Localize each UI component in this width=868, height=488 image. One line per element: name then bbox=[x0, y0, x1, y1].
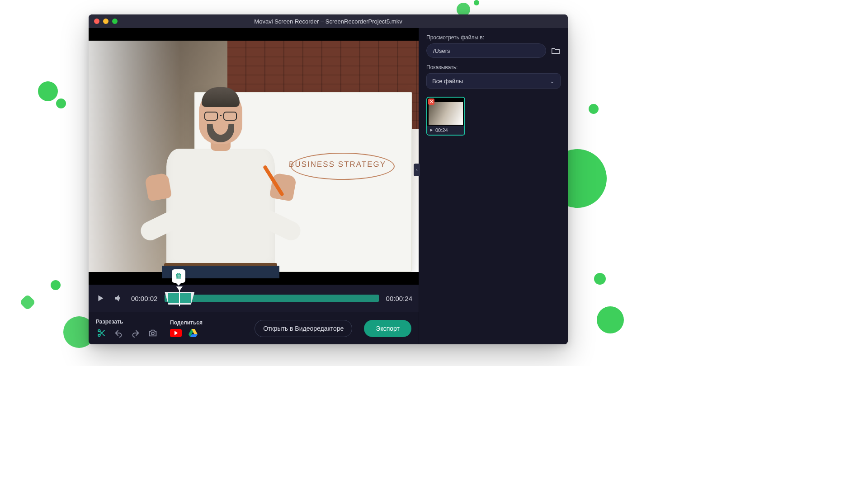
volume-button[interactable] bbox=[113, 293, 124, 304]
share-label: Поделиться bbox=[170, 319, 203, 326]
thumbnail-duration-text: 00:24 bbox=[435, 127, 448, 133]
youtube-icon[interactable] bbox=[170, 329, 182, 337]
timeline-track[interactable] bbox=[165, 295, 378, 302]
whiteboard-text: BUSINESS STRATEGY bbox=[288, 160, 386, 169]
delete-selection-button[interactable] bbox=[172, 269, 185, 283]
total-time: 00:00:24 bbox=[386, 295, 412, 302]
undo-button[interactable] bbox=[113, 328, 124, 338]
decor-circle bbox=[597, 306, 624, 333]
cut-label: Разрезать bbox=[96, 319, 158, 325]
video-preview[interactable]: BUSINESS STRATEGY bbox=[89, 28, 419, 285]
playback-controls: 00:00:02 00:00:24 bbox=[89, 285, 419, 312]
decor-circle bbox=[38, 81, 58, 101]
video-person bbox=[153, 59, 288, 272]
filter-select[interactable]: Все файлы ⌄ bbox=[426, 73, 561, 89]
preview-pane: BUSINESS STRATEGY bbox=[89, 28, 419, 344]
thumbnail-delete-button[interactable]: ✕ bbox=[428, 99, 434, 105]
redo-button[interactable] bbox=[130, 328, 141, 338]
thumbnail-image bbox=[429, 102, 463, 125]
app-window: Movavi Screen Recorder – ScreenRecorderP… bbox=[89, 14, 568, 344]
decor-circle bbox=[19, 294, 36, 311]
cut-group: Разрезать bbox=[96, 319, 158, 338]
decor-circle bbox=[594, 273, 606, 285]
svg-point-0 bbox=[151, 332, 154, 334]
browse-label: Просмотреть файлы в: bbox=[426, 34, 561, 41]
google-drive-icon[interactable] bbox=[188, 328, 198, 338]
decor-circle bbox=[589, 104, 599, 114]
decor-circle bbox=[51, 280, 61, 290]
decor-circle bbox=[474, 0, 479, 5]
export-button[interactable]: Экспорт bbox=[364, 320, 411, 337]
current-time: 00:00:02 bbox=[131, 295, 157, 302]
scissors-button[interactable] bbox=[96, 328, 107, 338]
browse-folder-button[interactable] bbox=[551, 46, 561, 56]
bottom-toolbar: Разрезать bbox=[89, 312, 419, 344]
play-button[interactable] bbox=[95, 293, 106, 304]
timeline[interactable] bbox=[165, 292, 378, 305]
share-group: Поделиться bbox=[170, 319, 203, 338]
screenshot-button[interactable] bbox=[147, 328, 158, 338]
video-frame: BUSINESS STRATEGY bbox=[89, 41, 419, 272]
filter-value: Все файлы bbox=[432, 78, 463, 84]
open-in-editor-button[interactable]: Открыть в Видеоредакторе bbox=[255, 320, 352, 337]
collapse-panel-button[interactable]: › bbox=[414, 164, 420, 176]
show-label: Показывать: bbox=[426, 64, 561, 70]
thumbnail-duration: 00:24 bbox=[427, 126, 464, 135]
timeline-playhead[interactable] bbox=[179, 290, 180, 306]
files-panel: › Просмотреть файлы в: Показывать: Все ф… bbox=[419, 28, 568, 344]
window-title: Movavi Screen Recorder – ScreenRecorderP… bbox=[89, 18, 568, 25]
chevron-down-icon: ⌄ bbox=[550, 78, 555, 84]
titlebar: Movavi Screen Recorder – ScreenRecorderP… bbox=[89, 14, 568, 28]
decor-circle bbox=[56, 99, 66, 108]
file-thumbnail[interactable]: ✕ 00:24 bbox=[426, 97, 465, 136]
path-input[interactable] bbox=[426, 43, 546, 58]
